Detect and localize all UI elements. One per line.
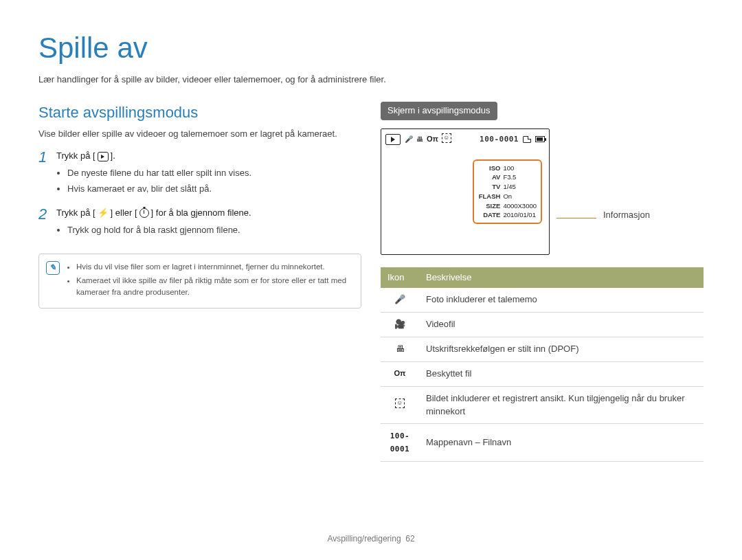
video-icon: 🎥 (381, 313, 419, 337)
left-column: Starte avspillingsmodus Vise bilder elle… (38, 102, 361, 462)
protect-icon: Oπ (381, 361, 419, 386)
section-heading: Starte avspillingsmodus (38, 102, 361, 124)
step-2: 2 Trykk på [ ⚡ ] eller [ ] for å bla gje… (38, 207, 361, 240)
page-footer: Avspilling/redigering 62 (0, 533, 742, 545)
callout-line (556, 218, 596, 219)
note-icon: ✎ (46, 261, 60, 275)
right-column: Skjerm i avspillingsmodus 🎤 🖶 Oπ (381, 102, 704, 462)
step-1: 1 Trykk på [ ]. De nyeste filene du har … (38, 150, 361, 199)
print-icon: 🖶 (416, 135, 423, 145)
battery-icon (535, 136, 545, 142)
print-icon: 🖶 (381, 337, 419, 362)
camera-screen: 🎤 🖶 Oπ 100-0001 I (381, 128, 550, 255)
section-chip: Skjerm i avspillingsmodus (381, 102, 497, 120)
section-intro: Vise bilder eller spille av videoer og t… (38, 128, 361, 141)
callout-label: Informasjon (603, 209, 650, 222)
manual-page: Spille av Lær handlinger for å spille av… (0, 0, 742, 560)
sd-card-icon (523, 136, 531, 143)
page-title: Spille av (38, 27, 704, 69)
flash-icon: ⚡ (98, 207, 109, 220)
table-header-icon: Ikon (381, 267, 419, 289)
file-number: 100-0001 (480, 134, 519, 145)
table-row: 🎥Videofil (381, 313, 704, 337)
page-subtitle: Lær handlinger for å spille av bilder, v… (38, 74, 704, 87)
content-columns: Starte avspillingsmodus Vise bilder elle… (38, 102, 704, 462)
timer-icon (139, 208, 149, 218)
table-header-desc: Beskrivelse (419, 267, 704, 289)
note-list: Hvis du vil vise filer som er lagret i i… (67, 261, 352, 301)
face-icon (381, 386, 419, 424)
step-2-bullets: Trykk og hold for å bla raskt gjennom fi… (56, 224, 361, 237)
play-mode-icon (385, 134, 401, 145)
screen-diagram: 🎤 🖶 Oπ 100-0001 I (381, 128, 704, 255)
step-number: 1 (38, 150, 51, 199)
table-row: 🖶Utskriftsrekkefølgen er stilt inn (DPOF… (381, 337, 704, 362)
step-2-text: Trykk på [ ⚡ ] eller [ ] for å bla gjenn… (56, 207, 361, 220)
icon-description-table: Ikon Beskrivelse 🎤Foto inkluderer et tal… (381, 267, 704, 462)
step-1-text: Trykk på [ ]. (56, 150, 361, 163)
table-row: 100-0001Mappenavn – Filnavn (381, 424, 704, 462)
fileno-icon: 100-0001 (381, 424, 419, 462)
table-row: Bildet inkluderer et registrert ansikt. … (381, 386, 704, 424)
face-icon (442, 133, 451, 146)
table-row: 🎤Foto inkluderer et talememo (381, 288, 704, 312)
table-row: OπBeskyttet fil (381, 361, 704, 386)
mic-icon: 🎤 (381, 288, 419, 312)
play-button-icon (98, 152, 109, 161)
mic-icon: 🎤 (405, 135, 413, 145)
note-box: ✎ Hvis du vil vise filer som er lagret i… (38, 254, 361, 309)
step-1-bullets: De nyeste filene du har tatt eller spilt… (56, 167, 361, 196)
protect-icon: Oπ (427, 134, 438, 145)
info-overlay: ISO100 AVF3.5 TV1/45 FLASHOn SIZE4000X30… (473, 159, 542, 225)
step-number: 2 (38, 207, 51, 240)
